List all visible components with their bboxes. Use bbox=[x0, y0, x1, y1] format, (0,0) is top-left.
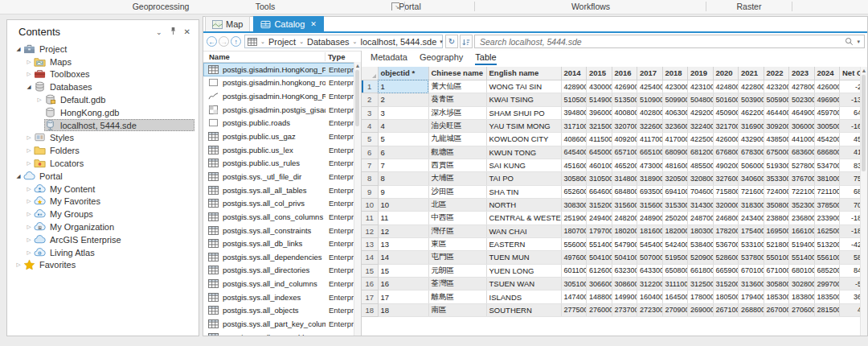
row-header[interactable]: 6 bbox=[362, 146, 378, 159]
cell-year-value[interactable]: 164500 bbox=[662, 290, 688, 303]
cell-year-value[interactable]: 424800 bbox=[713, 80, 739, 93]
cell-year-value[interactable]: 378500 bbox=[814, 198, 840, 211]
cell-year-value[interactable]: 315600 bbox=[612, 198, 637, 211]
sidebar-item-my-favorites[interactable]: ▷My Favorites bbox=[7, 196, 199, 208]
row-header[interactable]: 14 bbox=[362, 251, 378, 264]
cell-year-value[interactable]: 650800 bbox=[662, 264, 688, 277]
cell-year-value[interactable]: 538400 bbox=[688, 237, 714, 250]
row-header[interactable]: 1 bbox=[362, 80, 378, 93]
cell-chinese-name[interactable]: 觀塘區 bbox=[428, 146, 486, 159]
cell-year-value[interactable]: 426900 bbox=[612, 80, 637, 93]
contents-options-chevron-icon[interactable]: ⌄ bbox=[156, 28, 162, 36]
tree-expander-icon[interactable]: ▷ bbox=[35, 97, 44, 103]
up-button[interactable]: ↑ bbox=[231, 36, 241, 47]
cell-year-value[interactable]: 233900 bbox=[814, 212, 840, 224]
cell-chinese-name[interactable]: 西貢區 bbox=[428, 159, 486, 171]
tree-expander-icon[interactable]: ▷ bbox=[24, 198, 34, 204]
cell-year-value[interactable]: 601100 bbox=[561, 264, 587, 277]
tree-expander-icon[interactable]: ▷ bbox=[24, 147, 34, 154]
detail-tab-table[interactable]: Table bbox=[475, 52, 496, 65]
cell-year-value[interactable]: 306600 bbox=[587, 278, 612, 290]
row-header[interactable]: 16 bbox=[362, 278, 378, 290]
cell-year-value[interactable]: 315200 bbox=[713, 278, 739, 290]
cell-year-value[interactable]: 432900 bbox=[739, 133, 764, 146]
cell-year-value[interactable]: 246800 bbox=[713, 212, 739, 224]
cell-year-value[interactable]: 681200 bbox=[688, 146, 714, 159]
cell-year-value[interactable]: 318300 bbox=[739, 198, 764, 211]
cell-year-value[interactable]: 510900 bbox=[637, 93, 663, 106]
cell-year-value[interactable]: 521800 bbox=[764, 237, 789, 250]
cell-year-value[interactable]: 556100 bbox=[814, 251, 840, 264]
cell-year-value[interactable]: 645000 bbox=[587, 146, 612, 159]
cell-year-value[interactable]: 675000 bbox=[764, 146, 789, 159]
cell-year-value[interactable]: 721600 bbox=[739, 185, 764, 198]
cell-year-value[interactable]: 320000 bbox=[713, 198, 739, 211]
breadcrumb-chevron-icon[interactable]: ⌄ bbox=[353, 39, 358, 45]
cell-objectid[interactable]: 18 bbox=[378, 303, 428, 316]
cell-year-value[interactable]: 175400 bbox=[739, 224, 764, 237]
cell-year-value[interactable]: 353300 bbox=[764, 172, 789, 185]
cell-year-value[interactable]: 497600 bbox=[561, 251, 587, 264]
cell-year-value[interactable]: 277500 bbox=[561, 303, 587, 316]
cell-year-value[interactable]: 721100 bbox=[814, 185, 840, 198]
cell-year-value[interactable]: 428900 bbox=[561, 80, 587, 93]
cell-year-value[interactable]: 450900 bbox=[713, 106, 739, 119]
cell-year-value[interactable]: 149900 bbox=[612, 290, 637, 303]
cell-year-value[interactable]: 425400 bbox=[637, 80, 663, 93]
column-header-type[interactable]: Type bbox=[326, 52, 361, 61]
cell-year-value[interactable]: 178000 bbox=[688, 290, 714, 303]
cell-year-value[interactable]: 238800 bbox=[764, 212, 789, 224]
cell-year-value[interactable]: 394800 bbox=[561, 106, 587, 119]
cell-year-value[interactable]: 464400 bbox=[764, 106, 789, 119]
contents-close-icon[interactable]: ✕ bbox=[184, 28, 190, 36]
cell-chinese-name[interactable]: 灣仔區 bbox=[428, 224, 486, 237]
cell-year-value[interactable]: 465200 bbox=[612, 159, 637, 171]
cell-objectid[interactable]: 6 bbox=[378, 146, 428, 159]
cell-year-value[interactable]: 312200 bbox=[637, 278, 663, 290]
cell-year-value[interactable]: 724000 bbox=[764, 185, 789, 198]
cell-year-value[interactable]: 180500 bbox=[713, 290, 739, 303]
cell-year-value[interactable]: 693500 bbox=[637, 185, 663, 198]
list-item[interactable]: postgis.sys.all_indexesEnterprise bbox=[203, 290, 361, 304]
cell-year-value[interactable]: 340600 bbox=[739, 172, 764, 185]
list-item[interactable]: postgis.sys._utl_file_dirEnterprise bbox=[203, 170, 361, 183]
cell-year-value[interactable]: 680100 bbox=[789, 264, 815, 277]
cell-english-name[interactable]: EASTERN bbox=[486, 237, 561, 250]
tree-expander-icon[interactable]: ▷ bbox=[24, 134, 34, 141]
cell-year-value[interactable]: 426000 bbox=[713, 133, 739, 146]
list-item[interactable]: postgis.sys.all_dependenciesEnterprise bbox=[203, 250, 361, 264]
ribbon-group-tools[interactable]: Tools bbox=[256, 2, 276, 11]
cell-year-value[interactable]: 270900 bbox=[662, 303, 688, 316]
cell-year-value[interactable]: 148800 bbox=[587, 290, 612, 303]
tree-expander-icon[interactable]: ▷ bbox=[24, 186, 34, 192]
cell-year-value[interactable]: 426000 bbox=[814, 80, 840, 93]
cell-english-name[interactable]: YUEN LONG bbox=[486, 264, 561, 277]
cell-year-value[interactable]: 417000 bbox=[662, 133, 688, 146]
breadcrumb-segment-project[interactable]: Project bbox=[268, 37, 296, 47]
cell-year-value[interactable]: 273700 bbox=[612, 303, 637, 316]
cell-year-value[interactable]: 272300 bbox=[637, 303, 663, 316]
sidebar-item-my-organization[interactable]: ▷My Organization bbox=[7, 220, 199, 233]
breadcrumb[interactable]: ⌄Project⌄Databases⌄localhost, 5444.sde▾ bbox=[244, 35, 443, 48]
cell-year-value[interactable]: 496900 bbox=[814, 93, 840, 106]
cell-chinese-name[interactable]: 北區 bbox=[428, 198, 486, 211]
sort-button[interactable] bbox=[460, 35, 473, 48]
cell-year-value[interactable]: 506000 bbox=[739, 159, 764, 171]
cell-year-value[interactable]: 454200 bbox=[814, 133, 840, 146]
cell-year-value[interactable]: 715800 bbox=[713, 185, 739, 198]
cell-english-name[interactable]: SHA TIN bbox=[486, 185, 561, 198]
cell-year-value[interactable]: 169500 bbox=[764, 224, 789, 237]
cell-year-value[interactable]: 685200 bbox=[814, 264, 840, 277]
close-tab-icon[interactable]: ✕ bbox=[310, 20, 317, 28]
list-item[interactable]: postgis.public.roadsEnterprise bbox=[203, 117, 361, 130]
list-item[interactable]: postgis.gisadmin.HongKong_Roads1Enterpri… bbox=[203, 89, 361, 103]
cell-objectid[interactable]: 1 bbox=[378, 80, 428, 93]
cell-year-value[interactable]: 657100 bbox=[612, 146, 637, 159]
cell-year-value[interactable]: 147400 bbox=[561, 290, 587, 303]
cell-objectid[interactable]: 15 bbox=[378, 264, 428, 277]
cell-year-value[interactable]: 694100 bbox=[662, 185, 688, 198]
table-column-header-2022[interactable]: 2022 bbox=[764, 67, 789, 80]
cell-year-value[interactable]: 305800 bbox=[561, 172, 587, 185]
cell-year-value[interactable]: 422500 bbox=[688, 133, 714, 146]
cell-year-value[interactable]: 501600 bbox=[713, 93, 739, 106]
